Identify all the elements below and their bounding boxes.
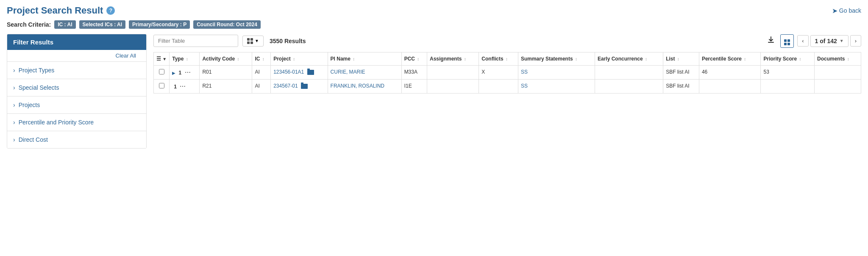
sidebar: Filter Results Clear All › Project Types… [7,34,147,149]
td-pi-name-1: CURIE, MARIE [328,66,401,80]
summary-link-2[interactable]: SS [521,83,528,89]
td-percentile-1: 46 [699,66,761,80]
page-header: Project Search Result ? ➤ Go back [7,5,861,16]
help-icon[interactable]: ? [106,6,115,15]
content-area: ▼ 3550 Results [147,34,861,149]
chevron-right-icon: › [13,119,15,126]
row-menu-2[interactable]: ⋯ [180,83,186,90]
pagination: ‹ 1 of 142 ▼ › [797,35,861,47]
main-layout: Filter Results Clear All › Project Types… [7,34,861,149]
sort-icon-priority[interactable]: ↕ [799,57,801,61]
th-summary-statements: Summary Statements ↕ [518,52,595,66]
criteria-badge-primary-secondary: Primary/Secondary : P [129,20,190,29]
page-wrapper: Project Search Result ? ➤ Go back Search… [0,0,868,256]
th-project: Project ↕ [271,52,328,66]
sort-icon-type[interactable]: ↕ [186,57,188,61]
td-list-1: SBF list AI [663,66,699,80]
next-page-button[interactable]: › [850,35,861,47]
search-criteria-bar: Search Criteria: IC : AI Selected ICs : … [7,20,861,29]
folder-icon-2[interactable] [301,84,308,89]
search-criteria-label: Search Criteria: [7,21,51,28]
th-priority-score: Priority Score ↕ [761,52,815,66]
td-documents-2 [814,80,861,94]
td-assignments-1 [427,66,479,80]
sort-icon-percentile[interactable]: ↕ [744,57,746,61]
go-back-label: Go back [839,7,861,14]
row-checkbox-2[interactable] [159,83,164,88]
chevron-right-icon: › [13,84,15,91]
row-expand-1[interactable]: ▶ [172,71,175,75]
sidebar-header: Filter Results [7,34,146,50]
th-early-concurrence: Early Concurrence ↕ [595,52,663,66]
pi-name-link-1[interactable]: CURIE, MARIE [331,69,365,75]
td-activity-code-1: AI [252,66,271,80]
sort-icon-assignments[interactable]: ↕ [464,57,466,61]
sidebar-label-special-selects: Special Selects [19,84,59,91]
sidebar-item-direct-cost[interactable]: › Direct Cost [7,131,146,148]
toolbar: ▼ 3550 Results [153,34,861,48]
sort-icon-ic[interactable]: ↕ [262,57,264,61]
criteria-badge-council-round: Council Round: Oct 2024 [193,20,261,29]
th-pi-name: PI Name ↕ [328,52,401,66]
sidebar-item-project-types[interactable]: › Project Types [7,61,146,79]
sort-icon-activity[interactable]: ↕ [237,57,239,61]
td-early-1 [595,66,663,80]
sort-icon-conflicts[interactable]: ↕ [506,57,508,61]
td-list-2: SBF list AI [663,80,699,94]
grid-view-button[interactable] [780,34,794,48]
sidebar-clear-section: Clear All [7,50,146,61]
filter-table-input[interactable] [153,35,238,47]
sort-icon-summary[interactable]: ↕ [575,57,577,61]
folder-icon-1[interactable] [307,70,314,75]
sidebar-item-percentile-priority[interactable]: › Percentile and Priority Score [7,113,146,131]
pi-name-link-2[interactable]: FRANKLIN, ROSALIND [331,83,384,89]
sidebar-item-projects[interactable]: › Projects [7,96,146,113]
columns-grid-icon [247,38,253,44]
th-activity-code: Activity Code ↕ [200,52,252,66]
row-num-2: 1 [174,84,177,90]
row-menu-dropdown[interactable]: ▼ [162,57,167,61]
summary-link-1[interactable]: SS [521,69,528,75]
td-pi-name-2: FRANKLIN, ROSALIND [328,80,401,94]
project-link-2[interactable]: 234567-01 [273,83,298,89]
row-checkbox-1[interactable] [159,69,164,74]
results-count: 3550 Results [270,38,306,44]
sidebar-item-special-selects[interactable]: › Special Selects [7,79,146,96]
project-link-1[interactable]: 123456-01A1 [273,69,304,75]
download-icon [767,36,775,44]
sidebar-label-percentile-priority: Percentile and Priority Score [19,119,94,126]
sort-icon-early[interactable]: ↕ [645,57,647,61]
sort-icon-pi[interactable]: ↕ [353,57,355,61]
td-early-2 [595,80,663,94]
td-percentile-2 [699,80,761,94]
th-type: Type ↕ [170,52,200,66]
clear-all-link[interactable]: Clear All [111,50,141,61]
sort-icon-docs[interactable]: ↕ [847,57,849,61]
go-back-link[interactable]: ➤ Go back [832,7,861,15]
sort-icon-project[interactable]: ↕ [293,57,295,61]
criteria-badge-selected-ics: Selected ICs : AI [79,20,126,29]
chevron-right-icon: › [13,67,15,74]
columns-button[interactable]: ▼ [242,36,264,47]
td-conflicts-2 [479,80,518,94]
sidebar-label-project-types: Project Types [19,67,55,74]
row-menu-1[interactable]: ⋯ [185,69,191,76]
results-table: ☰ ▼ Type ↕ Activity Code ↕ IC ↕ Project … [153,52,861,94]
td-summary-2: SS [518,80,595,94]
td-pcc-1: M33A [401,66,427,80]
sort-icon-list[interactable]: ↕ [677,57,679,61]
td-summary-1: SS [518,66,595,80]
sort-icon-pcc[interactable]: ↕ [417,57,419,61]
th-documents: Documents ↕ [814,52,861,66]
td-conflicts-1: X [479,66,518,80]
columns-dropdown-arrow: ▼ [255,39,259,43]
th-conflicts: Conflicts ↕ [479,52,518,66]
download-button[interactable] [765,34,777,48]
row-menu-header[interactable]: ☰ [156,56,161,62]
table-row: ▶ 1 ⋯ R01 AI 123456-01A1 CURIE, MARIE [154,66,861,80]
prev-page-button[interactable]: ‹ [797,35,808,47]
toolbar-right: ‹ 1 of 142 ▼ › [765,34,861,48]
page-dropdown-icon[interactable]: ▼ [840,39,844,43]
sidebar-label-direct-cost: Direct Cost [19,136,48,143]
chevron-right-icon: › [13,136,15,143]
